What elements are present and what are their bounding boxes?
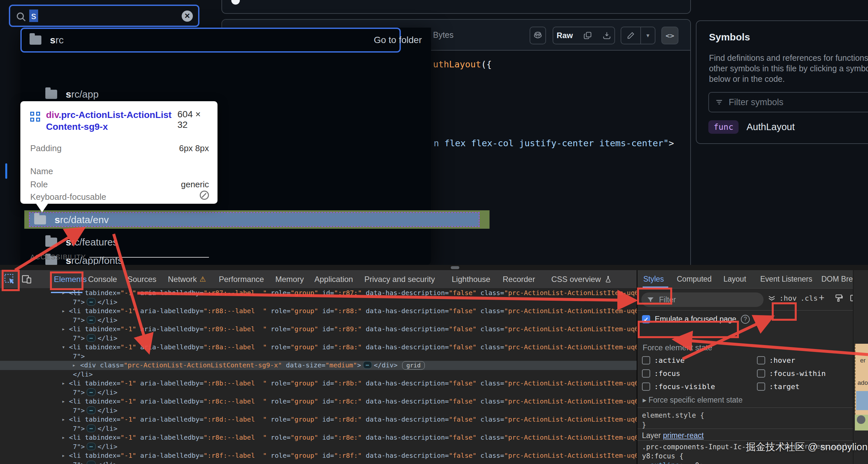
dom-node[interactable]: 7">⋯</li> [0, 424, 637, 433]
expand-arrow-closed[interactable]: ▸ [62, 379, 65, 388]
tab-lighthouse[interactable]: Lighthouse [452, 270, 490, 288]
edit-button[interactable] [621, 27, 640, 44]
checkbox[interactable] [642, 356, 650, 365]
dom-node[interactable]: ▸<li tabindex="-1" aria-labelledby=":r87… [0, 288, 637, 298]
grid-badge[interactable]: grid [402, 361, 425, 370]
dom-node[interactable]: 7"> [0, 352, 637, 361]
checkbox[interactable] [642, 369, 650, 378]
finder-row-src-app[interactable]: src/app [45, 89, 99, 100]
dom-node[interactable]: </li> [0, 370, 637, 379]
dom-node[interactable]: 7">⋯</li> [0, 406, 637, 415]
dom-node[interactable]: 7">⋯</li> [0, 316, 637, 325]
subtab-styles[interactable]: Styles [643, 275, 664, 284]
expand-arrow-closed[interactable]: ▸ [62, 415, 65, 424]
tab-privacy-and-security[interactable]: Privacy and security [364, 270, 435, 288]
devtools-resize-strip[interactable] [0, 265, 868, 270]
state-target[interactable]: :target [757, 382, 800, 391]
tab-recorder[interactable]: Recorder [503, 270, 535, 288]
expand-inline-button[interactable]: ⋯ [87, 425, 96, 432]
tab-sources[interactable]: Sources [127, 270, 156, 288]
tab-css-overview[interactable]: CSS overview [551, 270, 612, 288]
dom-node[interactable]: ▸<li tabindex="-1" aria-labelledby=":r8e… [0, 433, 637, 442]
expand-inline-button[interactable]: ⋯ [87, 461, 96, 464]
emulate-focused-page-row[interactable]: ✓ Emulate a focused page ? [642, 315, 750, 324]
help-icon[interactable]: ? [741, 315, 750, 324]
expand-arrow-closed[interactable]: ▸ [62, 325, 65, 334]
state-focus-visible[interactable]: :focus-visible [642, 382, 715, 391]
checkbox[interactable] [757, 369, 765, 378]
state-active[interactable]: :active [642, 356, 685, 365]
drag-handle[interactable] [451, 266, 459, 269]
scrollbar-thumb[interactable] [857, 415, 865, 424]
symbol-entry[interactable]: func AuthLayout [708, 120, 795, 134]
css-rule[interactable]: .prc-components-Input-Ic- y8:focus { out… [642, 442, 746, 464]
finder-row-src-data-env[interactable]: src/data/env [34, 214, 109, 225]
expand-arrow-closed[interactable]: ▸ [62, 307, 65, 316]
dom-node[interactable]: 7">⋯</li> [0, 460, 637, 464]
expand-inline-button[interactable]: ⋯ [87, 406, 96, 414]
subtab-computed[interactable]: Computed [677, 275, 712, 284]
download-raw-button[interactable] [597, 27, 616, 44]
dom-node[interactable]: ▾<li tabindex="-1" aria-labelledby=":r8a… [0, 343, 637, 352]
dom-node[interactable]: ▸<li tabindex="-1" aria-labelledby=":r8b… [0, 379, 637, 388]
raw-button[interactable]: Raw [551, 27, 578, 44]
inspect-element-button[interactable] [4, 270, 16, 288]
expand-inline-button[interactable]: ⋯ [87, 443, 96, 450]
finder-row-src[interactable]: src Go to folder [20, 28, 401, 53]
state-hover[interactable]: :hover [757, 356, 795, 365]
dom-node[interactable]: 7">⋯</li> [0, 442, 637, 452]
expand-arrow-closed[interactable]: ▸ [62, 451, 65, 460]
tab-memory[interactable]: Memory [275, 270, 304, 288]
dom-node[interactable]: ▸<li tabindex="-1" aria-labelledby=":r88… [0, 307, 637, 316]
layer-link[interactable]: primer-react [663, 431, 704, 440]
subtab-event-listeners[interactable]: Event Listeners [760, 275, 812, 284]
state-focus[interactable]: :focus [642, 369, 680, 378]
expand-inline-button[interactable]: ⋯ [87, 298, 96, 306]
filter-symbols-input[interactable]: Filter symbols [708, 92, 868, 113]
expand-arrow-closed[interactable]: ▸ [62, 288, 65, 298]
emulate-checkbox[interactable]: ✓ [642, 315, 650, 323]
dom-node[interactable]: ▸<li tabindex="-1" aria-labelledby=":r8f… [0, 451, 637, 460]
expand-arrow-closed[interactable]: ▸ [62, 433, 65, 442]
class-toggle-button[interactable]: .cls [800, 294, 818, 302]
expand-arrow-open[interactable]: ▾ [62, 343, 65, 352]
checkbox[interactable] [757, 382, 765, 391]
dom-node-selected[interactable]: ▸<div class="prc-ActionList-ActionListCo… [0, 361, 637, 370]
pseudo-state-button[interactable]: :hov [779, 294, 797, 302]
expand-inline-button[interactable]: ⋯ [87, 334, 96, 342]
device-toolbar-button[interactable] [21, 270, 32, 288]
symbols-toggle-button[interactable]: <> [661, 27, 678, 44]
tab-performance[interactable]: Performance [219, 270, 264, 288]
dom-node[interactable]: 7">⋯</li> [0, 334, 637, 343]
clear-search-button[interactable]: ✕ [182, 10, 193, 22]
tab-elements[interactable]: Elements [54, 270, 87, 288]
checkbox[interactable] [642, 382, 650, 391]
triangle-right-icon[interactable]: ▶ [688, 463, 691, 464]
copilot-button[interactable] [530, 27, 546, 44]
dom-node[interactable]: ▸<li tabindex="-1" aria-labelledby=":r8c… [0, 397, 637, 406]
tab-console[interactable]: Console [88, 270, 117, 288]
state-focus-within[interactable]: :focus-within [757, 369, 826, 378]
force-specific-state-toggle[interactable]: ▸ Force specific element state [643, 396, 743, 404]
file-finder-search-input[interactable]: s ✕ [9, 5, 199, 27]
expand-inline-button[interactable]: ⋯ [363, 361, 372, 369]
new-style-rule-button[interactable]: + [819, 292, 825, 303]
checkbox[interactable] [757, 356, 765, 365]
subtab-layout[interactable]: Layout [723, 275, 746, 284]
go-to-folder-button[interactable]: Go to folder [374, 35, 422, 45]
dom-node[interactable]: ▸<li tabindex="-1" aria-labelledby=":r8d… [0, 415, 637, 424]
expand-inline-button[interactable]: ⋯ [87, 316, 96, 324]
edit-dropdown-button[interactable]: ▾ [641, 27, 654, 44]
element-style-rule[interactable]: element.style { } [642, 411, 704, 430]
expand-inline-button[interactable]: ⋯ [87, 389, 96, 396]
dom-node[interactable]: 7">⋯</li> [0, 388, 637, 397]
expand-arrow-closed[interactable]: ▸ [72, 361, 75, 370]
styles-filter-input[interactable]: Filter [641, 292, 764, 307]
expand-arrow-closed[interactable]: ▸ [62, 397, 65, 406]
tab-application[interactable]: Application [314, 270, 353, 288]
copy-raw-button[interactable] [578, 27, 597, 44]
element-states-icon[interactable] [768, 294, 776, 304]
paint-panel-icon[interactable] [835, 294, 843, 304]
tab-network[interactable]: Network⚠ [168, 270, 206, 288]
dom-node[interactable]: ▸<li tabindex="-1" aria-labelledby=":r89… [0, 325, 637, 334]
